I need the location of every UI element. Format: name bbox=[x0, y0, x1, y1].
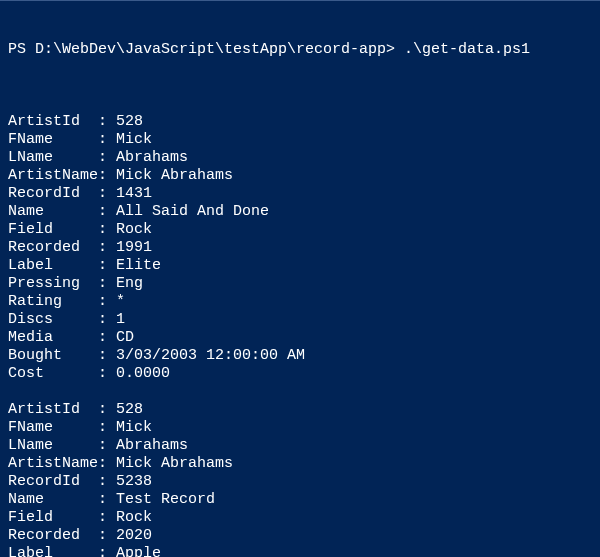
field-row: Rating: * bbox=[8, 293, 592, 311]
field-value: Mick bbox=[116, 419, 152, 437]
field-row: ArtistName: Mick Abrahams bbox=[8, 167, 592, 185]
field-separator: : bbox=[98, 257, 116, 275]
field-row: Name: All Said And Done bbox=[8, 203, 592, 221]
field-separator: : bbox=[98, 455, 116, 473]
field-key: Recorded bbox=[8, 527, 98, 545]
field-key: LName bbox=[8, 149, 98, 167]
field-separator: : bbox=[98, 239, 116, 257]
field-separator: : bbox=[98, 329, 116, 347]
field-row: Recorded: 2020 bbox=[8, 527, 592, 545]
field-row: LName: Abrahams bbox=[8, 149, 592, 167]
shell-prompt: PS D:\WebDev\JavaScript\testApp\record-a… bbox=[8, 41, 404, 59]
field-row: ArtistId: 528 bbox=[8, 113, 592, 131]
field-row: Field: Rock bbox=[8, 509, 592, 527]
field-separator: : bbox=[98, 113, 116, 131]
field-separator: : bbox=[98, 167, 116, 185]
field-row: FName: Mick bbox=[8, 131, 592, 149]
field-separator: : bbox=[98, 149, 116, 167]
field-key: ArtistName bbox=[8, 167, 98, 185]
field-value: Elite bbox=[116, 257, 161, 275]
field-row: Label: Elite bbox=[8, 257, 592, 275]
field-separator: : bbox=[98, 509, 116, 527]
field-separator: : bbox=[98, 419, 116, 437]
field-key: Field bbox=[8, 509, 98, 527]
field-value: 0.0000 bbox=[116, 365, 170, 383]
field-key: Label bbox=[8, 257, 98, 275]
field-value: 5238 bbox=[116, 473, 152, 491]
field-key: Bought bbox=[8, 347, 98, 365]
field-key: RecordId bbox=[8, 185, 98, 203]
field-key: Field bbox=[8, 221, 98, 239]
field-separator: : bbox=[98, 437, 116, 455]
field-row: RecordId: 5238 bbox=[8, 473, 592, 491]
field-value: Abrahams bbox=[116, 437, 188, 455]
field-separator: : bbox=[98, 185, 116, 203]
field-key: FName bbox=[8, 419, 98, 437]
field-value: All Said And Done bbox=[116, 203, 269, 221]
field-row: Label: Apple bbox=[8, 545, 592, 557]
field-value: Mick Abrahams bbox=[116, 455, 233, 473]
field-separator: : bbox=[98, 401, 116, 419]
field-row: Bought: 3/03/2003 12:00:00 AM bbox=[8, 347, 592, 365]
field-value: Eng bbox=[116, 275, 143, 293]
field-separator: : bbox=[98, 131, 116, 149]
field-value: 1991 bbox=[116, 239, 152, 257]
field-key: Media bbox=[8, 329, 98, 347]
field-row: Pressing: Eng bbox=[8, 275, 592, 293]
field-row: Discs: 1 bbox=[8, 311, 592, 329]
field-separator: : bbox=[98, 221, 116, 239]
field-separator: : bbox=[98, 527, 116, 545]
field-key: Name bbox=[8, 203, 98, 221]
record-block: ArtistId: 528FName: MickLName: AbrahamsA… bbox=[8, 113, 592, 383]
field-separator: : bbox=[98, 545, 116, 557]
field-row: Media: CD bbox=[8, 329, 592, 347]
field-separator: : bbox=[98, 473, 116, 491]
field-key: RecordId bbox=[8, 473, 98, 491]
field-row: Cost: 0.0000 bbox=[8, 365, 592, 383]
field-value: * bbox=[116, 293, 125, 311]
field-value: Rock bbox=[116, 509, 152, 527]
records-container: ArtistId: 528FName: MickLName: AbrahamsA… bbox=[8, 113, 592, 557]
field-key: Rating bbox=[8, 293, 98, 311]
field-row: Recorded: 1991 bbox=[8, 239, 592, 257]
field-value: Rock bbox=[116, 221, 152, 239]
record-block: ArtistId: 528FName: MickLName: AbrahamsA… bbox=[8, 401, 592, 557]
field-separator: : bbox=[98, 491, 116, 509]
field-value: 1431 bbox=[116, 185, 152, 203]
field-value: 1 bbox=[116, 311, 125, 329]
field-row: Field: Rock bbox=[8, 221, 592, 239]
prompt-line: PS D:\WebDev\JavaScript\testApp\record-a… bbox=[8, 41, 592, 59]
field-key: ArtistId bbox=[8, 113, 98, 131]
field-key: Pressing bbox=[8, 275, 98, 293]
field-separator: : bbox=[98, 293, 116, 311]
field-key: Name bbox=[8, 491, 98, 509]
field-key: Cost bbox=[8, 365, 98, 383]
field-separator: : bbox=[98, 311, 116, 329]
field-row: ArtistId: 528 bbox=[8, 401, 592, 419]
field-value: 528 bbox=[116, 401, 143, 419]
field-value: Mick bbox=[116, 131, 152, 149]
field-key: Recorded bbox=[8, 239, 98, 257]
field-key: ArtistName bbox=[8, 455, 98, 473]
field-row: FName: Mick bbox=[8, 419, 592, 437]
field-key: LName bbox=[8, 437, 98, 455]
field-row: RecordId: 1431 bbox=[8, 185, 592, 203]
field-separator: : bbox=[98, 275, 116, 293]
field-value: Mick Abrahams bbox=[116, 167, 233, 185]
field-key: FName bbox=[8, 131, 98, 149]
command-text: .\get-data.ps1 bbox=[404, 41, 530, 59]
field-value: Test Record bbox=[116, 491, 215, 509]
field-value: CD bbox=[116, 329, 134, 347]
field-separator: : bbox=[98, 347, 116, 365]
field-value: Abrahams bbox=[116, 149, 188, 167]
field-row: LName: Abrahams bbox=[8, 437, 592, 455]
field-key: Discs bbox=[8, 311, 98, 329]
terminal-output[interactable]: PS D:\WebDev\JavaScript\testApp\record-a… bbox=[0, 0, 600, 557]
field-value: 528 bbox=[116, 113, 143, 131]
field-key: ArtistId bbox=[8, 401, 98, 419]
field-row: Name: Test Record bbox=[8, 491, 592, 509]
field-key: Label bbox=[8, 545, 98, 557]
field-value: 2020 bbox=[116, 527, 152, 545]
field-separator: : bbox=[98, 203, 116, 221]
field-separator: : bbox=[98, 365, 116, 383]
